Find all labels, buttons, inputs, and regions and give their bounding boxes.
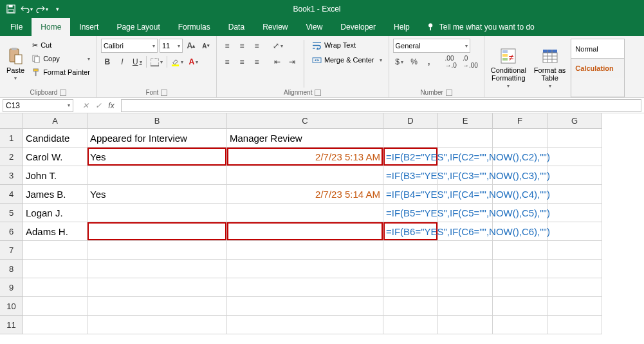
cell-C9[interactable] [227, 278, 383, 297]
cell-A8[interactable] [23, 260, 87, 278]
format-as-table-button[interactable]: Format as Table▾ [531, 39, 569, 97]
cell-F1[interactable] [493, 129, 547, 148]
cell-D3[interactable]: =IF(B3="YES",IF(C3="",NOW(),C3),"") [383, 166, 438, 185]
row-header-2[interactable]: 2 [0, 148, 23, 166]
cell-G2[interactable] [547, 148, 602, 166]
clipboard-launcher[interactable] [60, 90, 66, 96]
row-header-6[interactable]: 6 [0, 222, 23, 241]
cell-D2[interactable]: =IF(B2="YES",IF(C2="",NOW(),C2),"") [383, 148, 438, 166]
cell-styles-gallery[interactable]: Normal Calculation [571, 39, 625, 97]
cell-A9[interactable] [23, 278, 87, 297]
cell-C1[interactable]: Manager Review [227, 129, 383, 148]
cell-G11[interactable] [547, 316, 602, 334]
font-size-select[interactable]: 11▾ [160, 39, 183, 53]
tab-home[interactable]: Home [32, 18, 70, 36]
select-all-corner[interactable] [0, 113, 23, 129]
cell-B2[interactable]: Yes [87, 148, 227, 166]
cell-E11[interactable] [438, 316, 493, 334]
underline-button[interactable]: U [131, 55, 144, 68]
italic-button[interactable]: I [116, 55, 129, 68]
column-header-C[interactable]: C [227, 113, 383, 129]
copy-button[interactable]: Copy▾ [30, 52, 93, 65]
column-header-G[interactable]: G [547, 113, 602, 129]
style-normal[interactable]: Normal [571, 39, 624, 59]
align-right-icon[interactable]: ≡ [250, 55, 263, 68]
cell-G5[interactable] [547, 204, 602, 222]
font-color-button[interactable]: A [187, 55, 201, 68]
cell-A4[interactable]: James B. [23, 185, 87, 204]
row-header-11[interactable]: 11 [0, 316, 23, 334]
decrease-decimal-icon[interactable]: .0→.00 [461, 55, 480, 68]
enter-formula-icon[interactable]: ✓ [93, 101, 104, 110]
column-header-A[interactable]: A [23, 113, 87, 129]
redo-icon[interactable]: ▾ [35, 2, 49, 16]
paste-button[interactable]: Paste ▾ [4, 39, 27, 89]
cell-D10[interactable] [383, 297, 438, 316]
qat-customize-icon[interactable]: ▾ [50, 2, 64, 16]
tell-me-search[interactable]: Tell me what you want to do [419, 23, 542, 32]
row-header-7[interactable]: 7 [0, 241, 23, 260]
cell-C11[interactable] [227, 316, 383, 334]
font-name-select[interactable]: Calibri▾ [101, 39, 158, 53]
column-header-E[interactable]: E [438, 113, 493, 129]
cell-C8[interactable] [227, 260, 383, 278]
cell-B4[interactable]: Yes [87, 185, 227, 204]
cell-B9[interactable] [87, 278, 227, 297]
cell-D5[interactable]: =IF(B5="YES",IF(C5="",NOW(),C5),"") [383, 204, 438, 222]
wrap-text-button[interactable]: Wrap Text [309, 39, 385, 52]
number-launcher[interactable] [446, 90, 452, 96]
row-header-3[interactable]: 3 [0, 166, 23, 185]
tab-data[interactable]: Data [219, 18, 253, 36]
comma-format-button[interactable]: , [423, 55, 436, 68]
fx-icon[interactable]: fx [106, 101, 117, 110]
align-center-icon[interactable]: ≡ [235, 55, 248, 68]
cell-A5[interactable]: Logan J. [23, 204, 87, 222]
cell-A6[interactable]: Adams H. [23, 222, 87, 241]
cell-E10[interactable] [438, 297, 493, 316]
style-calculation[interactable]: Calculation [571, 59, 624, 78]
cell-D9[interactable] [383, 278, 438, 297]
decrease-indent-icon[interactable]: ⇤ [271, 55, 284, 68]
cell-G7[interactable] [547, 241, 602, 260]
column-header-B[interactable]: B [87, 113, 227, 129]
cell-G4[interactable] [547, 185, 602, 204]
alignment-launcher[interactable] [315, 90, 321, 96]
cell-E8[interactable] [438, 260, 493, 278]
tab-developer[interactable]: Developer [331, 18, 385, 36]
cell-D11[interactable] [383, 316, 438, 334]
format-painter-button[interactable]: Format Painter [30, 66, 93, 79]
cell-B11[interactable] [87, 316, 227, 334]
conditional-formatting-button[interactable]: ≠ Conditional Formatting▾ [488, 39, 529, 97]
cell-C10[interactable] [227, 297, 383, 316]
tab-insert[interactable]: Insert [70, 18, 107, 36]
cell-C5[interactable] [227, 204, 383, 222]
tab-review[interactable]: Review [253, 18, 297, 36]
border-button[interactable] [149, 55, 165, 68]
column-header-D[interactable]: D [383, 113, 438, 129]
cell-A11[interactable] [23, 316, 87, 334]
increase-decimal-icon[interactable]: .00→.0 [443, 55, 459, 68]
cell-C2[interactable]: 2/7/23 5:13 AM [227, 148, 383, 166]
cell-G3[interactable] [547, 166, 602, 185]
cell-B7[interactable] [87, 241, 227, 260]
save-icon[interactable] [4, 2, 18, 16]
number-format-select[interactable]: General▾ [393, 39, 470, 53]
cut-button[interactable]: ✂Cut [30, 39, 93, 52]
cell-G10[interactable] [547, 297, 602, 316]
cell-C7[interactable] [227, 241, 383, 260]
cancel-formula-icon[interactable]: ✕ [80, 101, 91, 110]
orientation-button[interactable]: ⤢ [271, 39, 285, 52]
cell-B5[interactable] [87, 204, 227, 222]
cell-E9[interactable] [438, 278, 493, 297]
cell-A10[interactable] [23, 297, 87, 316]
align-middle-icon[interactable]: ≡ [235, 39, 248, 52]
cell-C6[interactable] [227, 222, 383, 241]
cell-D8[interactable] [383, 260, 438, 278]
undo-icon[interactable]: ▾ [19, 2, 33, 16]
cell-D6[interactable]: =IF(B6="YES",IF(C6="",NOW(),C6),"") [383, 222, 438, 241]
increase-indent-icon[interactable]: ⇥ [286, 55, 299, 68]
cell-A2[interactable]: Carol W. [23, 148, 87, 166]
cell-B8[interactable] [87, 260, 227, 278]
cell-F7[interactable] [493, 241, 547, 260]
row-header-4[interactable]: 4 [0, 185, 23, 204]
